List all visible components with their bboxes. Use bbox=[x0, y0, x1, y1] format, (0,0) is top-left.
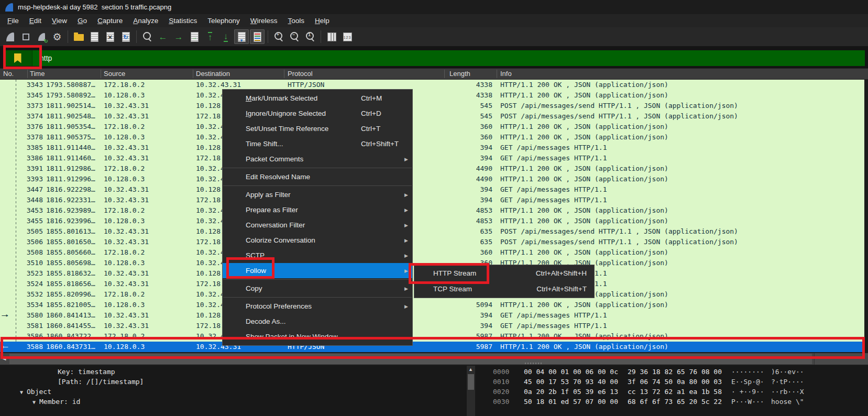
packet-row-3447[interactable]: 34471816.922298…10.32.43.3110.128.0.3HTT… bbox=[0, 184, 864, 195]
scrollbar-handle[interactable] bbox=[468, 374, 474, 390]
menubar-item-view[interactable]: View bbox=[47, 15, 72, 26]
capture-options-icon[interactable]: ⚙ bbox=[50, 29, 64, 44]
detail-tree-line[interactable]: [Path: /[]/timestamp] bbox=[58, 378, 144, 386]
packet-row-3581[interactable]: 35811860.841455…10.32.43.31172.18.0.2HTT… bbox=[0, 321, 864, 331]
packet-row-3505[interactable]: 35051855.801613…10.32.43.3110.128.0.3HTT… bbox=[0, 226, 864, 237]
open-file-icon[interactable] bbox=[71, 29, 86, 44]
context-menu-item-set-unset-time-reference[interactable]: Set/Unset Time ReferenceCtrl+T bbox=[223, 121, 412, 136]
menubar-item-edit[interactable]: Edit bbox=[24, 15, 47, 26]
close-file-icon[interactable]: ✕ bbox=[103, 29, 117, 44]
column-header-destination[interactable]: Destination bbox=[196, 70, 230, 78]
column-header-source[interactable]: Source bbox=[104, 70, 125, 78]
restart-capture-icon[interactable]: ↻ bbox=[34, 29, 49, 44]
context-menu-item-copy[interactable]: Copy▶ bbox=[223, 281, 412, 296]
pane-splitter-grip[interactable] bbox=[525, 363, 543, 364]
detail-tree-line[interactable]: ▼Object bbox=[20, 388, 51, 396]
context-menu-item-sctp[interactable]: SCTP▶ bbox=[223, 248, 412, 263]
expander-icon[interactable]: ▼ bbox=[32, 399, 36, 405]
filter-bookmark-button[interactable] bbox=[3, 50, 32, 66]
context-menu-item-ignore-unignore-selected[interactable]: Ignore/Unignore SelectedCtrl+D bbox=[223, 106, 412, 121]
packet-row-3386[interactable]: 33861811.911460…10.32.43.31172.18.0.2HTT… bbox=[0, 153, 864, 163]
packet-row-3508[interactable]: 35081855.805660…172.18.0.210.32.43.31HTT… bbox=[0, 247, 864, 258]
expander-icon[interactable]: ▼ bbox=[20, 389, 23, 395]
packet-row-3391[interactable]: 33911811.912986…172.18.0.210.32.43.31HTT… bbox=[0, 163, 864, 174]
packet-row-3378[interactable]: 33781811.905375…10.128.0.310.32.43.31HTT… bbox=[0, 132, 864, 143]
zoom-out-icon[interactable]: − bbox=[287, 29, 302, 44]
column-header-length[interactable]: Length bbox=[449, 70, 470, 78]
packet-row-3588[interactable]: ←35881860.843731…10.128.0.310.32.43.31HT… bbox=[0, 342, 864, 352]
scrollbar-track[interactable] bbox=[9, 354, 812, 364]
packet-row-3393[interactable]: 33931811.912996…10.128.0.310.32.43.31HTT… bbox=[0, 174, 864, 184]
menubar-item-tools[interactable]: Tools bbox=[283, 15, 310, 26]
packet-row-3373[interactable]: 33731811.902514…10.32.43.3110.128.0.3HTT… bbox=[0, 101, 864, 111]
packet-row-3453[interactable]: 34531816.923989…172.18.0.210.32.43.31HTT… bbox=[0, 205, 864, 216]
packet-row-3343[interactable]: 33431793.580887…172.18.0.210.32.43.31HTT… bbox=[0, 80, 864, 90]
packet-details-pane[interactable]: Key: timestamp[Path: /[]/timestamp]▼Obje… bbox=[0, 366, 467, 416]
context-menu-item-edit-resolved-name[interactable]: Edit Resolved Name bbox=[223, 169, 412, 184]
scroll-left-icon[interactable]: ◀ bbox=[2, 355, 6, 362]
stop-capture-icon[interactable] bbox=[18, 29, 33, 44]
menubar-item-help[interactable]: Help bbox=[310, 15, 335, 26]
save-file-icon[interactable] bbox=[87, 29, 102, 44]
packet-row-3345[interactable]: 33451793.580892…10.128.0.310.32.43.31HTT… bbox=[0, 90, 864, 101]
submenu-item-http-stream[interactable]: HTTP StreamCtrl+Alt+Shift+H bbox=[414, 266, 594, 281]
context-menu-item-mark-unmark-selected[interactable]: Mark/Unmark SelectedCtrl+M bbox=[223, 91, 412, 106]
go-last-packet-icon[interactable]: ↓ bbox=[218, 29, 233, 44]
menubar-item-capture[interactable]: Capture bbox=[92, 15, 128, 26]
column-header-time[interactable]: Time bbox=[30, 70, 45, 78]
menubar-item-telephony[interactable]: Telephony bbox=[202, 15, 245, 26]
start-capture-icon[interactable] bbox=[3, 29, 17, 44]
horizontal-scrollbar[interactable]: ◀ bbox=[0, 353, 868, 365]
go-back-icon[interactable]: ← bbox=[156, 29, 170, 44]
menubar-item-statistics[interactable]: Statistics bbox=[163, 15, 202, 26]
packet-row-3448[interactable]: 34481816.922331…10.32.43.31172.18.0.2HTT… bbox=[0, 195, 864, 205]
menubar-item-go[interactable]: Go bbox=[72, 15, 92, 26]
details-vertical-scrollbar[interactable]: ▲ bbox=[467, 366, 475, 416]
column-divider[interactable] bbox=[193, 70, 193, 78]
column-header-protocol[interactable]: Protocol bbox=[288, 70, 313, 78]
context-menu-item-show-packet-in-new-window[interactable]: Show Packet in New Window bbox=[223, 329, 412, 344]
packet-row-3374[interactable]: 33741811.902548…10.32.43.31172.18.0.2HTT… bbox=[0, 111, 864, 122]
column-divider[interactable] bbox=[27, 70, 28, 78]
packet-row-3376[interactable]: 33761811.905354…172.18.0.210.32.43.31HTT… bbox=[0, 122, 864, 132]
packet-row-3385[interactable]: 33851811.911440…10.32.43.3110.128.0.3HTT… bbox=[0, 143, 864, 153]
packet-row-3506[interactable]: 35061855.801650…10.32.43.31172.18.0.2HTT… bbox=[0, 237, 864, 247]
go-forward-icon[interactable]: → bbox=[171, 29, 186, 44]
context-menu-item-time-shift[interactable]: Time Shift...Ctrl+Shift+T bbox=[223, 136, 412, 151]
context-menu-item-follow[interactable]: Follow▶ bbox=[223, 263, 412, 278]
go-to-packet-icon[interactable]: → bbox=[187, 29, 202, 44]
packet-row-3534[interactable]: 35341855.821005…10.128.0.310.32.43.31HTT… bbox=[0, 300, 864, 310]
colorize-packets-icon[interactable] bbox=[250, 29, 265, 44]
detail-tree-line[interactable]: ▼Member: id bbox=[32, 398, 80, 406]
packet-row-3586[interactable]: 35861860.843722…172.18.0.210.32.43.31HTT… bbox=[0, 331, 864, 342]
go-first-packet-icon[interactable]: ↑ bbox=[203, 29, 217, 44]
context-menu-item-apply-as-filter[interactable]: Apply as Filter▶ bbox=[223, 187, 412, 202]
submenu-item-tcp-stream[interactable]: TCP StreamCtrl+Alt+Shift+T bbox=[414, 281, 594, 297]
find-packet-icon[interactable] bbox=[140, 29, 155, 44]
column-header-info[interactable]: Info bbox=[500, 70, 512, 78]
context-menu-item-prepare-as-filter[interactable]: Prepare as Filter▶ bbox=[223, 202, 412, 217]
column-divider[interactable] bbox=[497, 70, 497, 78]
menubar-item-file[interactable]: File bbox=[2, 15, 24, 26]
column-header-no[interactable]: No. bbox=[3, 70, 14, 78]
reload-file-icon[interactable]: ↻ bbox=[118, 29, 133, 44]
display-filter-input[interactable]: http bbox=[3, 50, 865, 66]
context-menu-item-packet-comments[interactable]: Packet Comments▶ bbox=[223, 151, 412, 167]
context-menu-item-colorize-conversation[interactable]: Colorize Conversation▶ bbox=[223, 233, 412, 248]
scroll-up-icon[interactable]: ▲ bbox=[468, 367, 473, 372]
resize-columns-icon[interactable] bbox=[324, 29, 339, 44]
packet-row-3580[interactable]: →35801860.841413…10.32.43.3110.128.0.3HT… bbox=[0, 310, 864, 321]
menubar-item-wireless[interactable]: Wireless bbox=[245, 15, 283, 26]
column-divider[interactable] bbox=[444, 70, 445, 78]
column-divider[interactable] bbox=[284, 70, 284, 78]
detail-tree-line[interactable]: Key: timestamp bbox=[58, 368, 115, 376]
zoom-in-icon[interactable]: + bbox=[271, 29, 286, 44]
context-menu-item-protocol-preferences[interactable]: Protocol Preferences▶ bbox=[223, 299, 412, 314]
context-menu-item-decode-as[interactable]: Decode As... bbox=[223, 314, 412, 329]
column-divider[interactable] bbox=[101, 70, 101, 78]
hex-dump-pane[interactable]: 000000 04 00 01 00 06 00 0c29 36 18 82 6… bbox=[475, 366, 868, 416]
zoom-original-icon[interactable]: 1 bbox=[303, 29, 317, 44]
menubar-item-analyze[interactable]: Analyze bbox=[128, 15, 163, 26]
context-menu-item-conversation-filter[interactable]: Conversation Filter▶ bbox=[223, 217, 412, 233]
fit-columns-icon[interactable]: 123 bbox=[340, 29, 355, 44]
